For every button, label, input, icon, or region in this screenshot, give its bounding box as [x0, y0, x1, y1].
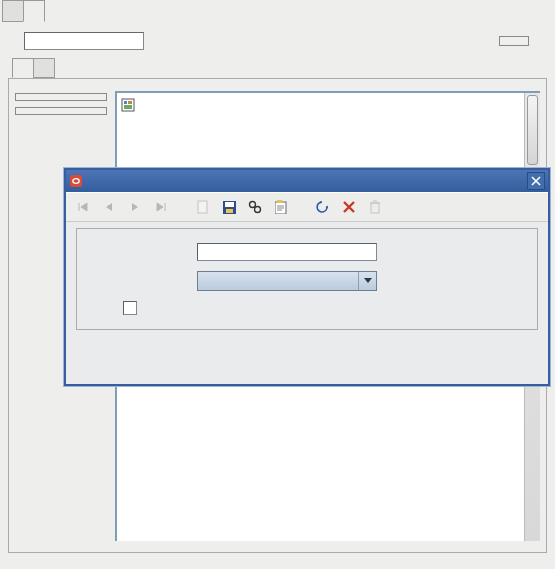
tree-root-icon	[121, 98, 135, 114]
svg-rect-1	[124, 101, 127, 104]
svg-rect-6	[198, 201, 207, 213]
refresh-icon[interactable]	[312, 196, 334, 218]
add-field-dialog	[64, 168, 550, 386]
dialog-titlebar[interactable]	[66, 170, 548, 192]
oracle-icon	[66, 175, 86, 187]
subtab-action-rules[interactable]	[33, 58, 55, 78]
svg-rect-14	[371, 203, 379, 213]
last-icon[interactable]	[150, 196, 172, 218]
subtab-reconciliation-fields[interactable]	[12, 58, 34, 78]
svg-rect-2	[128, 101, 132, 104]
save-icon[interactable]	[218, 196, 240, 218]
create-profile-button[interactable]	[499, 36, 529, 46]
svg-rect-4	[70, 175, 82, 187]
field-type-select[interactable]	[197, 271, 377, 291]
reconciliation-data-fieldset	[76, 228, 538, 330]
svg-rect-13	[277, 200, 282, 203]
svg-rect-8	[225, 202, 234, 207]
first-icon[interactable]	[72, 196, 94, 218]
notes-icon[interactable]	[270, 196, 292, 218]
delete-field-button[interactable]	[15, 107, 107, 115]
svg-rect-9	[226, 209, 233, 213]
delete-icon[interactable]	[338, 196, 360, 218]
scrollbar-thumb[interactable]	[527, 95, 538, 165]
trash-icon[interactable]	[364, 196, 386, 218]
svg-point-10	[250, 202, 256, 208]
find-icon[interactable]	[244, 196, 266, 218]
svg-point-11	[255, 207, 261, 213]
dialog-toolbar	[66, 192, 548, 222]
field-name-input[interactable]	[197, 243, 377, 261]
chevron-down-icon	[358, 272, 376, 290]
initial-date-input[interactable]	[24, 32, 144, 50]
tree-root[interactable]	[121, 97, 536, 115]
close-icon[interactable]	[527, 172, 545, 190]
tab-object-reconciliation[interactable]	[23, 0, 45, 22]
svg-rect-3	[124, 105, 132, 109]
tab-resource-object[interactable]	[2, 0, 24, 22]
add-field-button[interactable]	[15, 93, 107, 101]
required-checkbox[interactable]	[123, 301, 137, 315]
next-icon[interactable]	[124, 196, 146, 218]
new-icon[interactable]	[192, 196, 214, 218]
prev-icon[interactable]	[98, 196, 120, 218]
